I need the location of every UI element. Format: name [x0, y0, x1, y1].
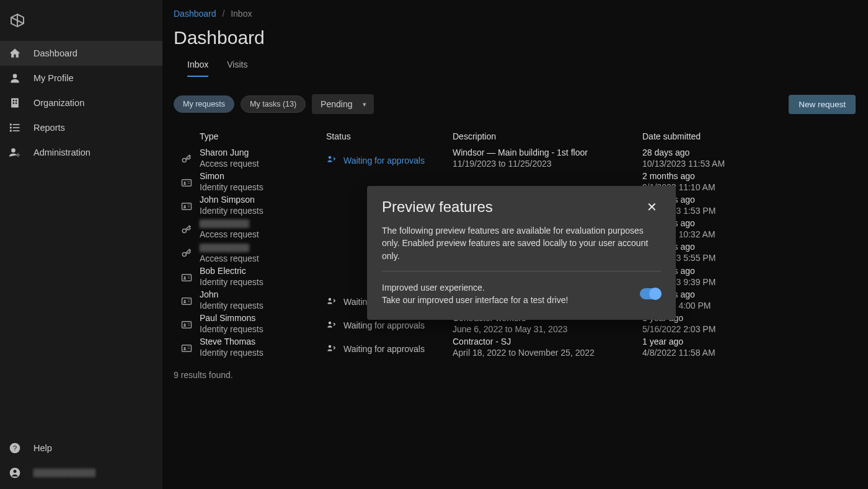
key-icon — [174, 242, 200, 259]
key-icon — [174, 148, 200, 165]
header-date: Date submitted — [642, 131, 856, 141]
approval-icon — [326, 154, 337, 167]
app-logo-icon — [10, 13, 25, 28]
sidebar-item-profile[interactable]: My Profile — [0, 66, 162, 90]
breadcrumb-root[interactable]: Dashboard — [174, 9, 216, 19]
id-card-icon — [174, 195, 200, 212]
admin-icon — [9, 146, 21, 159]
chip-my-tasks[interactable]: My tasks (13) — [241, 95, 306, 113]
svg-rect-8 — [16, 102, 17, 104]
svg-point-31 — [182, 229, 186, 233]
sidebar-item-help[interactable]: ? Help — [0, 436, 162, 460]
table-row[interactable]: Sharon JungAccess requestWaiting for app… — [174, 146, 856, 170]
svg-rect-27 — [182, 203, 192, 210]
header-description: Description — [453, 131, 642, 141]
header-status: Status — [326, 131, 453, 141]
svg-point-15 — [11, 148, 16, 152]
svg-point-16 — [17, 154, 19, 156]
status-cell: Waiting for approvals — [326, 337, 453, 356]
nav: Dashboard My Profile Organization Report… — [0, 41, 162, 436]
type-cell: SimonIdentity requests — [200, 171, 326, 192]
svg-rect-23 — [182, 180, 192, 187]
preview-features-modal: Preview features ✕ The following preview… — [367, 186, 676, 320]
description-cell: Windsor — Main building - 1st floor11/19… — [453, 148, 642, 169]
sidebar: Dashboard My Profile Organization Report… — [0, 0, 162, 489]
type-cell: Access request — [200, 242, 326, 263]
tab-visits[interactable]: Visits — [227, 56, 247, 77]
svg-point-46 — [329, 321, 332, 324]
status-cell — [326, 171, 453, 177]
svg-point-24 — [184, 182, 186, 183]
chip-my-requests[interactable]: My requests — [174, 95, 234, 113]
close-icon: ✕ — [647, 200, 657, 214]
type-cell: Steve ThomasIdentity requests — [200, 337, 326, 358]
svg-point-48 — [184, 346, 186, 348]
sidebar-bottom: ? Help — [0, 436, 162, 489]
svg-point-13 — [11, 127, 12, 128]
description-cell: Contractor - SJApril 18, 2022 to Novembe… — [453, 337, 642, 358]
type-cell: Sharon JungAccess request — [200, 148, 326, 169]
type-cell: Access request — [200, 218, 326, 239]
date-cell: 28 days ago10/13/2023 11:53 AM — [642, 148, 856, 169]
sidebar-item-reports[interactable]: Reports — [0, 115, 162, 140]
sidebar-item-label: Help — [33, 443, 52, 453]
modal-feature-row: Improved user experience. Take our impro… — [382, 281, 661, 307]
svg-point-38 — [184, 299, 186, 301]
svg-point-22 — [329, 156, 332, 159]
id-card-icon — [174, 313, 200, 330]
feature-toggle[interactable] — [640, 288, 661, 299]
svg-point-41 — [329, 297, 332, 301]
svg-point-12 — [11, 124, 12, 125]
svg-rect-42 — [182, 321, 192, 328]
sidebar-item-organization[interactable]: Organization — [0, 90, 162, 115]
person-icon — [9, 72, 21, 84]
svg-rect-47 — [182, 345, 192, 351]
modal-close-button[interactable]: ✕ — [643, 198, 661, 216]
redacted-name — [200, 244, 249, 252]
id-card-icon — [174, 289, 200, 307]
id-card-icon — [174, 266, 200, 283]
sidebar-item-label: My Profile — [33, 73, 73, 83]
type-cell: Bob ElectricIdentity requests — [200, 266, 326, 287]
svg-point-43 — [184, 323, 186, 325]
svg-text:?: ? — [13, 444, 17, 452]
sidebar-item-administration[interactable]: Administration — [0, 140, 162, 165]
building-icon — [9, 97, 21, 109]
tabs: Inbox Visits — [174, 56, 856, 77]
feature-line1: Improved user experience. — [382, 281, 630, 294]
type-cell: John SimpsonIdentity requests — [200, 195, 326, 216]
main-content: Dashboard / Inbox Dashboard Inbox Visits… — [162, 0, 868, 489]
table-header: Type Status Description Date submitted — [174, 129, 856, 146]
new-request-button[interactable]: New request — [789, 95, 856, 114]
date-cell: 1 year ago4/8/2022 11:58 AM — [642, 337, 856, 358]
header-type: Type — [200, 131, 326, 141]
type-cell: Paul SimmonsIdentity requests — [200, 313, 326, 334]
svg-rect-6 — [16, 100, 17, 102]
sidebar-item-account[interactable] — [0, 460, 162, 485]
table-row[interactable]: Steve ThomasIdentity requestsWaiting for… — [174, 335, 856, 359]
breadcrumb: Dashboard / Inbox — [174, 9, 856, 19]
status-select[interactable]: Pending — [312, 94, 373, 114]
description-cell — [453, 171, 642, 172]
sidebar-item-dashboard[interactable]: Dashboard — [0, 41, 162, 66]
modal-feature-text: Improved user experience. Take our impro… — [382, 281, 630, 307]
breadcrumb-separator: / — [222, 9, 224, 19]
type-cell: JohnIdentity requests — [200, 289, 326, 311]
id-card-icon — [174, 171, 200, 188]
svg-point-28 — [184, 205, 186, 207]
filter-row: My requests My tasks (13) Pending New re… — [174, 94, 856, 114]
svg-point-34 — [184, 276, 186, 278]
approval-icon — [326, 343, 337, 356]
redacted-name — [200, 219, 249, 228]
modal-description: The following preview features are avail… — [382, 224, 661, 271]
results-count: 9 results found. — [174, 370, 856, 380]
svg-point-32 — [182, 253, 186, 257]
tab-inbox[interactable]: Inbox — [187, 56, 208, 77]
status-cell[interactable]: Waiting for approvals — [326, 148, 453, 167]
status-select-value: Pending — [321, 99, 352, 109]
home-icon — [9, 47, 21, 59]
svg-rect-5 — [13, 100, 15, 102]
svg-rect-37 — [182, 297, 192, 304]
feature-line2: Take our improved user interface for a t… — [382, 294, 630, 306]
svg-point-51 — [329, 345, 332, 348]
